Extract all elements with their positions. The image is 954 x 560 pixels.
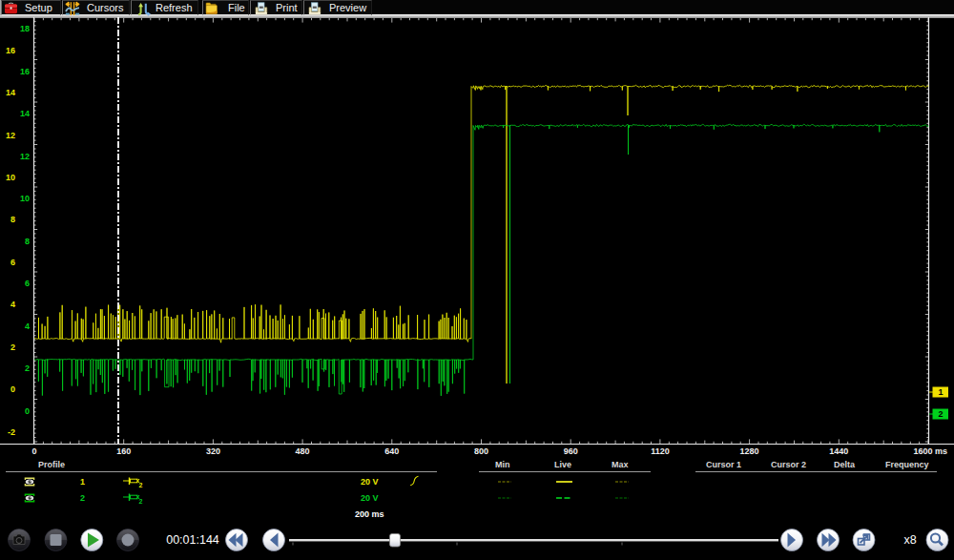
- svg-text:2: 2: [139, 498, 143, 505]
- svg-text:2: 2: [139, 482, 143, 488]
